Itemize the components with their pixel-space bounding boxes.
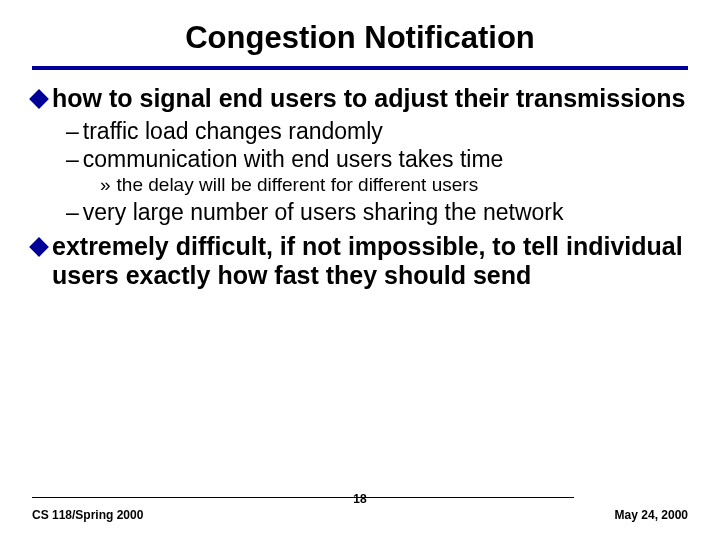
slide-number: 18: [353, 492, 366, 506]
diamond-icon: [29, 237, 49, 257]
footer: CS 118/Spring 2000 May 24, 2000: [0, 508, 720, 522]
bullet-2: extremely difficult, if not impossible, …: [32, 232, 688, 291]
bullet-1a-text: traffic load changes randomly: [83, 118, 383, 144]
bullet-1a: – traffic load changes randomly: [32, 118, 688, 144]
footer-rule: [32, 497, 574, 498]
content-area: how to signal end users to adjust their …: [32, 84, 688, 291]
slide: Congestion Notification how to signal en…: [0, 0, 720, 540]
bullet-1: how to signal end users to adjust their …: [32, 84, 688, 114]
title-underline: [32, 66, 688, 70]
bullet-1b1: » the delay will be different for differ…: [32, 174, 688, 197]
bullet-1b: – communication with end users takes tim…: [32, 146, 688, 172]
dash-icon: –: [66, 118, 79, 144]
dash-icon: –: [66, 146, 79, 172]
bullet-1-text: how to signal end users to adjust their …: [52, 84, 685, 114]
bullet-1b1-text: the delay will be different for differen…: [117, 174, 479, 197]
bullet-1c-text: very large number of users sharing the n…: [83, 199, 564, 225]
raquo-icon: »: [100, 174, 111, 197]
bullet-2-text: extremely difficult, if not impossible, …: [52, 232, 688, 291]
bullet-1c: – very large number of users sharing the…: [32, 199, 688, 225]
slide-title: Congestion Notification: [32, 20, 688, 56]
footer-right: May 24, 2000: [615, 508, 688, 522]
bullet-1b-text: communication with end users takes time: [83, 146, 504, 172]
dash-icon: –: [66, 199, 79, 225]
diamond-icon: [29, 89, 49, 109]
footer-left: CS 118/Spring 2000: [32, 508, 143, 522]
